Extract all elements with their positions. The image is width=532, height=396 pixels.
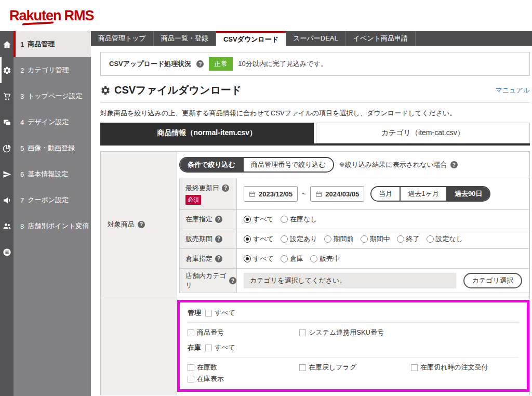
preset-past-90-days[interactable]: 過去90日	[446, 187, 489, 201]
divider	[188, 322, 519, 323]
menu-num: 5	[20, 144, 24, 152]
active-tab-bar	[100, 143, 530, 146]
checkbox-out-of-stock-order[interactable]: 在庫切れ時の注文受付	[411, 363, 519, 372]
filter-note: ※絞り込み結果に表示されない場合	[339, 160, 447, 169]
status-message: 10分以内に完了見込みです。	[238, 59, 327, 69]
menu-label: トップページ設定	[28, 91, 83, 101]
filter-by-item-number-tab[interactable]: 商品管理番号で絞り込む	[243, 158, 333, 171]
date-from-input[interactable]: 2023/12/05	[244, 186, 298, 202]
sales-period-option-ended[interactable]: 終了	[397, 234, 420, 244]
sales-period-option-not-set[interactable]: 設定なし	[427, 234, 463, 244]
checkbox-stock-count[interactable]: 在庫数	[188, 363, 299, 372]
date-to-input[interactable]: 2024/03/05	[310, 186, 364, 202]
help-icon[interactable]	[229, 277, 236, 284]
group-title-stock: 在庫	[188, 343, 201, 352]
delivery-all-checkbox[interactable]: すべて	[280, 390, 310, 392]
stock-option-none[interactable]: 在庫なし	[281, 215, 317, 224]
menu-label: クーポン設定	[28, 195, 69, 205]
stock-option-all[interactable]: すべて	[244, 215, 274, 224]
tab-product-list-register[interactable]: 商品一覧・登録	[154, 31, 216, 46]
sidebar-item-design-settings[interactable]: 4 デザイン設定	[14, 109, 91, 135]
checkbox-icon	[280, 392, 287, 392]
date-range-presets: 当月 過去1ヶ月 過去90日	[370, 186, 490, 202]
preset-past-1-month[interactable]: 過去1ヶ月	[400, 187, 446, 201]
stock-all-checkbox[interactable]: すべて	[205, 343, 235, 352]
rail-design[interactable]	[0, 109, 14, 135]
tab-product-management-top[interactable]: 商品管理トップ	[91, 31, 154, 46]
help-icon[interactable]	[215, 255, 222, 262]
rakuten-rms-logo: RakutenRMS	[9, 8, 94, 24]
sales-period-option-during[interactable]: 期間中	[361, 234, 390, 244]
icon-rail	[0, 31, 14, 396]
page-title: CSVファイルダウンロード	[114, 83, 242, 97]
group-title-management: 管理	[188, 308, 201, 318]
pie-chart-icon	[3, 144, 11, 153]
sidebar-item-image-video[interactable]: 5 画像・動画登録	[14, 135, 91, 161]
design-icon	[3, 118, 11, 127]
menu-num: 7	[20, 196, 24, 204]
help-icon[interactable]	[215, 235, 222, 243]
sidebar-item-coupon-settings[interactable]: 7 クーポン設定	[14, 187, 91, 213]
date-range-tilde: ~	[302, 190, 306, 198]
calendar-icon	[315, 191, 322, 197]
radio-icon	[310, 255, 317, 262]
gear-icon	[3, 66, 11, 75]
help-icon[interactable]	[215, 216, 222, 223]
rail-point[interactable]	[0, 213, 14, 239]
management-all-checkbox[interactable]: すべて	[205, 308, 235, 318]
help-icon[interactable]	[222, 184, 229, 192]
help-icon[interactable]	[196, 60, 204, 68]
page-description: 対象商品を絞り込みの上、更新する商品情報に合わせてCSVファイルの項目を選択し、…	[100, 109, 530, 118]
sales-period-option-set[interactable]: 設定あり	[281, 234, 317, 244]
warehouse-option-on-sale[interactable]: 販売中	[310, 254, 340, 263]
help-icon[interactable]	[138, 221, 145, 228]
rail-orders[interactable]	[0, 83, 14, 109]
checkbox-system-sku[interactable]: システム連携用SKU番号	[299, 328, 411, 337]
menu-label: デザイン設定	[28, 117, 69, 127]
tab-item-cat-csv[interactable]: カテゴリ（item-cat.csv）	[316, 123, 530, 143]
logo-product: RMS	[64, 8, 94, 23]
filter-mode-switch: 条件で絞り込む 商品管理番号で絞り込む	[179, 157, 334, 173]
rail-basic-info[interactable]	[0, 161, 14, 187]
sidebar-item-basic-info[interactable]: 6 基本情報設定	[14, 161, 91, 187]
sidebar-item-point-multiplier[interactable]: 8 店舗別ポイント変倍	[14, 213, 91, 239]
last-updated-label-cell: 最終更新日 必須	[180, 178, 237, 209]
required-badge: 必須	[185, 195, 201, 205]
tab-event-product-application[interactable]: イベント商品申請	[346, 31, 416, 46]
preset-this-month[interactable]: 当月	[371, 187, 400, 201]
status-badge: 正常	[209, 57, 233, 71]
manual-link[interactable]: マニュアル	[495, 86, 530, 95]
sidebar-item-top-page-settings[interactable]: 3 トップページ設定	[14, 83, 91, 109]
warehouse-option-all[interactable]: すべて	[244, 254, 274, 263]
header: RakutenRMS	[0, 0, 532, 31]
rail-media[interactable]	[0, 135, 14, 161]
tab-csv-download[interactable]: CSVダウンロード	[216, 31, 286, 46]
tab-normal-item-csv[interactable]: 商品情報（normal-item.csv）	[100, 123, 314, 143]
rail-coupon[interactable]	[0, 187, 14, 213]
menu-label: 商品管理	[28, 39, 55, 49]
list-icon	[3, 248, 11, 257]
rail-store-settings[interactable]	[0, 57, 14, 83]
checkbox-item-number[interactable]: 商品番号	[188, 328, 299, 337]
sales-period-option-before[interactable]: 期間前	[324, 234, 354, 244]
rail-home[interactable]	[0, 31, 14, 57]
checkbox-stock-return-flag[interactable]: 在庫戻しフラグ	[299, 363, 411, 372]
sidebar-item-category-management[interactable]: 2 カテゴリ管理	[14, 57, 91, 83]
menu-label: 画像・動画登録	[28, 143, 75, 153]
checkbox-icon	[188, 329, 194, 336]
menu-label: 店舗別ポイント変倍	[28, 221, 89, 231]
sales-period-option-all[interactable]: すべて	[244, 234, 274, 244]
shop-category-input[interactable]: カテゴリを選択してください。	[244, 273, 456, 288]
menu-num: 3	[20, 93, 24, 100]
help-icon[interactable]	[450, 161, 458, 168]
filter-by-condition-tab[interactable]: 条件で絞り込む	[180, 158, 243, 171]
radio-icon	[281, 255, 288, 262]
sidebar-item-product-management[interactable]: 1 商品管理	[14, 31, 91, 57]
radio-icon	[281, 235, 288, 243]
calendar-icon	[249, 191, 256, 197]
rail-more[interactable]	[0, 239, 14, 265]
checkbox-stock-display[interactable]: 在庫表示	[188, 374, 299, 384]
category-select-button[interactable]: カテゴリ選択	[463, 273, 522, 288]
tab-super-deal[interactable]: スーパーDEAL	[286, 31, 346, 46]
warehouse-option-warehouse[interactable]: 倉庫	[281, 254, 303, 263]
